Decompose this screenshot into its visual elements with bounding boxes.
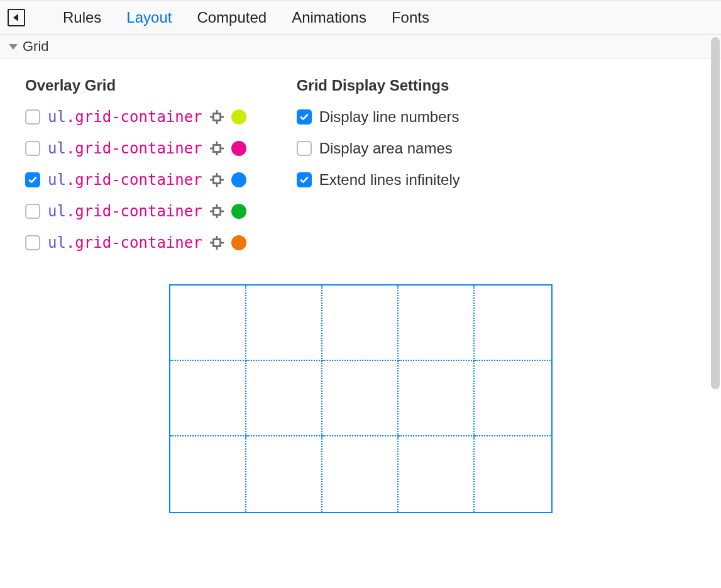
grid-display-settings-title: Grid Display Settings: [297, 77, 460, 94]
element-picker-icon[interactable]: [210, 236, 224, 250]
grid-preview-cell: [322, 436, 399, 512]
svg-rect-11: [213, 177, 220, 184]
grid-color-swatch[interactable]: [231, 204, 246, 219]
tab-computed[interactable]: Computed: [197, 4, 267, 31]
svg-rect-16: [213, 208, 220, 215]
section-collapse-icon: [9, 44, 18, 50]
tab-layout[interactable]: Layout: [126, 4, 172, 31]
display-setting-item: Extend lines infinitely: [297, 171, 460, 189]
overlay-grid-item: ul.grid-container: [25, 234, 246, 252]
grid-section-title: Grid: [23, 38, 49, 55]
grid-preview-cell: [322, 286, 399, 361]
overlay-grid-checkbox[interactable]: [25, 204, 40, 219]
display-setting-item: Display line numbers: [297, 108, 460, 126]
svg-rect-1: [213, 114, 220, 121]
grid-display-settings-column: Grid Display Settings Display line numbe…: [297, 77, 460, 265]
grid-color-swatch[interactable]: [231, 172, 246, 187]
display-setting-checkbox[interactable]: [297, 141, 312, 156]
display-setting-checkbox[interactable]: [297, 109, 312, 125]
overlay-grid-column: Overlay Grid ul.grid-containerul.grid-co…: [25, 77, 246, 265]
tab-rules[interactable]: Rules: [63, 4, 101, 31]
element-picker-icon[interactable]: [210, 173, 224, 187]
svg-rect-21: [213, 240, 220, 247]
grid-section-header[interactable]: Grid: [0, 35, 721, 59]
overlay-grid-selector[interactable]: ul.grid-container: [48, 202, 202, 220]
layout-panel: Grid Overlay Grid ul.grid-containerul.gr…: [0, 35, 721, 588]
overlay-grid-item: ul.grid-container: [25, 108, 246, 126]
tab-animations[interactable]: Animations: [292, 4, 366, 31]
svg-rect-6: [213, 145, 220, 152]
grid-preview-cell: [170, 436, 246, 512]
overlay-grid-item: ul.grid-container: [25, 171, 246, 189]
triangle-left-icon: [12, 13, 21, 22]
grid-color-swatch[interactable]: [231, 235, 246, 250]
grid-color-swatch[interactable]: [231, 109, 246, 125]
grid-preview-cell: [399, 436, 475, 512]
display-setting-label: Extend lines infinitely: [319, 171, 460, 189]
svg-marker-0: [13, 14, 18, 21]
grid-preview-cell: [170, 361, 246, 436]
grid-preview-cell: [399, 286, 475, 361]
overlay-grid-selector[interactable]: ul.grid-container: [48, 234, 202, 252]
grid-preview-cell: [246, 361, 322, 436]
grid-preview-cell: [246, 436, 322, 512]
vertical-scrollbar[interactable]: [711, 37, 720, 389]
display-setting-item: Display area names: [297, 140, 460, 157]
grid-preview-cell: [399, 361, 475, 436]
overlay-grid-item: ul.grid-container: [25, 202, 246, 220]
tab-fonts[interactable]: Fonts: [392, 4, 429, 31]
element-picker-icon[interactable]: [210, 110, 224, 124]
element-picker-icon[interactable]: [210, 141, 224, 155]
grid-preview-cell: [475, 361, 551, 436]
overlay-grid-selector[interactable]: ul.grid-container: [48, 140, 202, 157]
toggle-panes-button[interactable]: [8, 9, 25, 26]
display-setting-label: Display line numbers: [319, 108, 460, 126]
grid-preview-cell: [322, 361, 399, 436]
element-picker-icon[interactable]: [210, 204, 224, 218]
grid-preview-cell: [170, 286, 246, 361]
overlay-grid-selector[interactable]: ul.grid-container: [48, 171, 202, 189]
display-setting-checkbox[interactable]: [297, 172, 312, 187]
overlay-grid-checkbox[interactable]: [25, 235, 40, 250]
grid-preview-cell: [246, 286, 322, 361]
grid-preview-cell: [475, 286, 551, 361]
overlay-grid-selector[interactable]: ul.grid-container: [48, 108, 202, 126]
overlay-grid-checkbox[interactable]: [25, 141, 40, 156]
overlay-grid-checkbox[interactable]: [25, 172, 40, 187]
overlay-grid-checkbox[interactable]: [25, 109, 40, 125]
grid-preview-cell: [475, 436, 551, 512]
grid-color-swatch[interactable]: [231, 141, 246, 156]
overlay-grid-title: Overlay Grid: [25, 77, 246, 94]
overlay-grid-item: ul.grid-container: [25, 140, 246, 157]
inspector-tabs-toolbar: Rules Layout Computed Animations Fonts: [0, 1, 721, 35]
grid-outline-preview: [169, 284, 553, 513]
display-setting-label: Display area names: [319, 140, 453, 157]
